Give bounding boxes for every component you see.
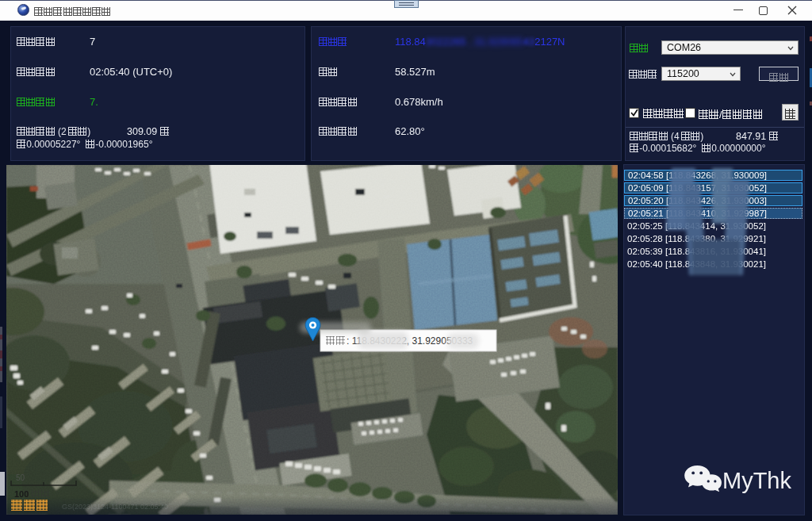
svg-text:GS(2023)3124-1100471 02:05:40: GS(2023)3124-1100471 02:05:40 [62,503,168,511]
svg-text:100: 100 [14,489,29,499]
svg-text:50: 50 [16,473,25,482]
